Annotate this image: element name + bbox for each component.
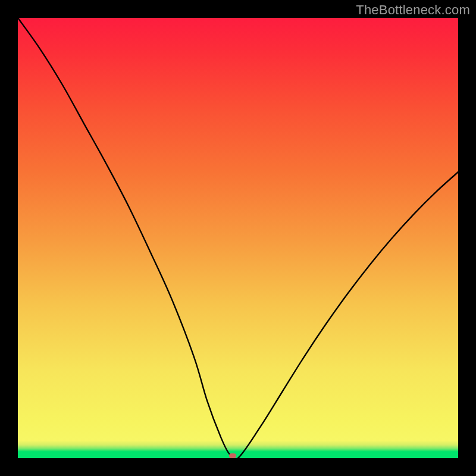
watermark-text: TheBottleneck.com [356,2,470,18]
optimal-point-marker [229,453,236,458]
chart-frame: TheBottleneck.com [0,0,476,476]
plot-area [18,18,458,458]
curve-svg [18,18,458,458]
bottleneck-curve [18,18,458,460]
